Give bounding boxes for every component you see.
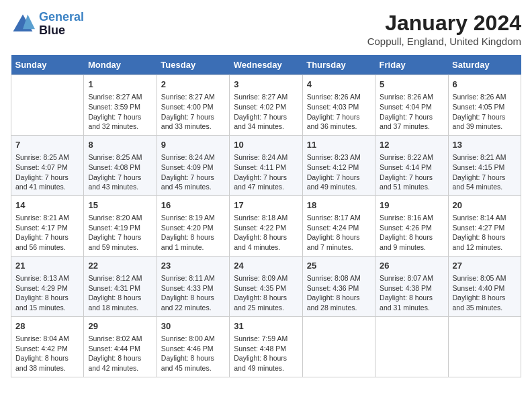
day-number: 20 xyxy=(453,199,517,212)
day-number: 7 xyxy=(15,139,79,151)
day-number: 6 xyxy=(453,79,517,91)
calendar-cell: 4Sunrise: 8:26 AM Sunset: 4:03 PM Daylig… xyxy=(302,75,375,136)
day-number: 1 xyxy=(88,79,152,91)
calendar-cell: 29Sunrise: 8:02 AM Sunset: 4:44 PM Dayli… xyxy=(84,316,157,377)
day-number: 14 xyxy=(15,199,79,212)
day-number: 24 xyxy=(234,260,298,272)
cell-content: Sunrise: 7:59 AM Sunset: 4:48 PM Dayligh… xyxy=(234,334,298,373)
cell-content: Sunrise: 8:27 AM Sunset: 3:59 PM Dayligh… xyxy=(88,92,152,132)
calendar-week-3: 14Sunrise: 8:21 AM Sunset: 4:17 PM Dayli… xyxy=(11,195,521,256)
cell-content: Sunrise: 8:25 AM Sunset: 4:07 PM Dayligh… xyxy=(15,152,79,192)
cell-content: Sunrise: 8:24 AM Sunset: 4:11 PM Dayligh… xyxy=(234,152,298,192)
day-header-wednesday: Wednesday xyxy=(230,55,302,75)
calendar-cell: 26Sunrise: 8:07 AM Sunset: 4:38 PM Dayli… xyxy=(375,256,448,316)
calendar-cell: 7Sunrise: 8:25 AM Sunset: 4:07 PM Daylig… xyxy=(11,135,84,195)
calendar-cell: 13Sunrise: 8:21 AM Sunset: 4:15 PM Dayli… xyxy=(448,135,521,195)
day-number: 5 xyxy=(380,79,443,91)
calendar-cell: 11Sunrise: 8:23 AM Sunset: 4:12 PM Dayli… xyxy=(302,135,375,195)
calendar-cell xyxy=(302,316,375,377)
title-section: January 2024 Coppull, England, United Ki… xyxy=(367,11,521,47)
calendar-cell: 3Sunrise: 8:27 AM Sunset: 4:02 PM Daylig… xyxy=(230,75,302,136)
cell-content: Sunrise: 8:21 AM Sunset: 4:17 PM Dayligh… xyxy=(15,213,79,253)
cell-content: Sunrise: 8:09 AM Sunset: 4:35 PM Dayligh… xyxy=(234,273,298,313)
calendar-cell: 21Sunrise: 8:13 AM Sunset: 4:29 PM Dayli… xyxy=(11,256,84,316)
calendar-cell: 1Sunrise: 8:27 AM Sunset: 3:59 PM Daylig… xyxy=(84,75,157,136)
calendar-cell xyxy=(375,316,448,377)
day-number: 8 xyxy=(88,139,152,151)
day-number: 13 xyxy=(453,139,517,151)
day-header-friday: Friday xyxy=(375,55,448,75)
cell-content: Sunrise: 8:26 AM Sunset: 4:03 PM Dayligh… xyxy=(307,92,371,132)
calendar-cell: 15Sunrise: 8:20 AM Sunset: 4:19 PM Dayli… xyxy=(84,195,157,256)
cell-content: Sunrise: 8:17 AM Sunset: 4:24 PM Dayligh… xyxy=(307,213,371,253)
day-number: 29 xyxy=(88,320,152,332)
cell-content: Sunrise: 8:26 AM Sunset: 4:05 PM Dayligh… xyxy=(453,92,517,132)
day-header-saturday: Saturday xyxy=(448,55,521,75)
day-number: 23 xyxy=(161,260,225,272)
day-header-thursday: Thursday xyxy=(302,55,375,75)
cell-content: Sunrise: 8:00 AM Sunset: 4:46 PM Dayligh… xyxy=(161,334,225,373)
calendar-week-1: 1Sunrise: 8:27 AM Sunset: 3:59 PM Daylig… xyxy=(11,75,521,136)
calendar-cell: 9Sunrise: 8:24 AM Sunset: 4:09 PM Daylig… xyxy=(157,135,229,195)
calendar-cell: 24Sunrise: 8:09 AM Sunset: 4:35 PM Dayli… xyxy=(230,256,302,316)
calendar-cell: 27Sunrise: 8:05 AM Sunset: 4:40 PM Dayli… xyxy=(448,256,521,316)
cell-content: Sunrise: 8:04 AM Sunset: 4:42 PM Dayligh… xyxy=(15,334,79,373)
cell-content: Sunrise: 8:26 AM Sunset: 4:04 PM Dayligh… xyxy=(380,92,443,132)
day-number: 11 xyxy=(307,139,371,151)
day-number: 30 xyxy=(161,320,225,332)
cell-content: Sunrise: 8:20 AM Sunset: 4:19 PM Dayligh… xyxy=(88,213,152,253)
calendar-week-2: 7Sunrise: 8:25 AM Sunset: 4:07 PM Daylig… xyxy=(11,135,521,195)
cell-content: Sunrise: 8:25 AM Sunset: 4:08 PM Dayligh… xyxy=(88,152,152,192)
day-header-monday: Monday xyxy=(84,55,157,75)
cell-content: Sunrise: 8:07 AM Sunset: 4:38 PM Dayligh… xyxy=(380,273,443,313)
calendar-cell: 12Sunrise: 8:22 AM Sunset: 4:14 PM Dayli… xyxy=(375,135,448,195)
calendar-cell: 5Sunrise: 8:26 AM Sunset: 4:04 PM Daylig… xyxy=(375,75,448,136)
month-year-title: January 2024 xyxy=(367,11,521,36)
cell-content: Sunrise: 8:16 AM Sunset: 4:26 PM Dayligh… xyxy=(380,213,443,253)
calendar-cell xyxy=(448,316,521,377)
calendar-cell: 8Sunrise: 8:25 AM Sunset: 4:08 PM Daylig… xyxy=(84,135,157,195)
cell-content: Sunrise: 8:14 AM Sunset: 4:27 PM Dayligh… xyxy=(453,213,517,253)
cell-content: Sunrise: 8:22 AM Sunset: 4:14 PM Dayligh… xyxy=(380,152,443,192)
calendar-cell: 14Sunrise: 8:21 AM Sunset: 4:17 PM Dayli… xyxy=(11,195,84,256)
calendar-header-row: SundayMondayTuesdayWednesdayThursdayFrid… xyxy=(11,55,521,75)
cell-content: Sunrise: 8:24 AM Sunset: 4:09 PM Dayligh… xyxy=(161,152,225,192)
cell-content: Sunrise: 8:12 AM Sunset: 4:31 PM Dayligh… xyxy=(88,273,152,313)
day-number: 2 xyxy=(161,79,225,91)
calendar-cell: 16Sunrise: 8:19 AM Sunset: 4:20 PM Dayli… xyxy=(157,195,229,256)
cell-content: Sunrise: 8:13 AM Sunset: 4:29 PM Dayligh… xyxy=(15,273,79,313)
logo-text: General Blue xyxy=(39,11,84,38)
cell-content: Sunrise: 8:23 AM Sunset: 4:12 PM Dayligh… xyxy=(307,152,371,192)
day-header-sunday: Sunday xyxy=(11,55,84,75)
calendar-cell: 30Sunrise: 8:00 AM Sunset: 4:46 PM Dayli… xyxy=(157,316,229,377)
day-number: 21 xyxy=(15,260,79,272)
calendar-table: SundayMondayTuesdayWednesdayThursdayFrid… xyxy=(11,55,521,377)
calendar-cell: 22Sunrise: 8:12 AM Sunset: 4:31 PM Dayli… xyxy=(84,256,157,316)
logo: General Blue xyxy=(11,11,84,38)
cell-content: Sunrise: 8:27 AM Sunset: 4:00 PM Dayligh… xyxy=(161,92,225,132)
cell-content: Sunrise: 8:27 AM Sunset: 4:02 PM Dayligh… xyxy=(234,92,298,132)
cell-content: Sunrise: 8:18 AM Sunset: 4:22 PM Dayligh… xyxy=(234,213,298,253)
cell-content: Sunrise: 8:21 AM Sunset: 4:15 PM Dayligh… xyxy=(453,152,517,192)
calendar-cell: 28Sunrise: 8:04 AM Sunset: 4:42 PM Dayli… xyxy=(11,316,84,377)
calendar-cell xyxy=(11,75,84,136)
day-number: 19 xyxy=(380,199,443,212)
calendar-cell: 10Sunrise: 8:24 AM Sunset: 4:11 PM Dayli… xyxy=(230,135,302,195)
page-header: General Blue January 2024 Coppull, Engla… xyxy=(11,11,521,47)
calendar-week-5: 28Sunrise: 8:04 AM Sunset: 4:42 PM Dayli… xyxy=(11,316,521,377)
day-number: 16 xyxy=(161,199,225,212)
day-number: 25 xyxy=(307,260,371,272)
day-number: 17 xyxy=(234,199,298,212)
calendar-cell: 18Sunrise: 8:17 AM Sunset: 4:24 PM Dayli… xyxy=(302,195,375,256)
day-number: 9 xyxy=(161,139,225,151)
day-number: 10 xyxy=(234,139,298,151)
day-number: 4 xyxy=(307,79,371,91)
day-number: 18 xyxy=(307,199,371,212)
calendar-cell: 2Sunrise: 8:27 AM Sunset: 4:00 PM Daylig… xyxy=(157,75,229,136)
logo-icon xyxy=(11,12,35,36)
calendar-cell: 23Sunrise: 8:11 AM Sunset: 4:33 PM Dayli… xyxy=(157,256,229,316)
cell-content: Sunrise: 8:11 AM Sunset: 4:33 PM Dayligh… xyxy=(161,273,225,313)
calendar-cell: 17Sunrise: 8:18 AM Sunset: 4:22 PM Dayli… xyxy=(230,195,302,256)
calendar-cell: 20Sunrise: 8:14 AM Sunset: 4:27 PM Dayli… xyxy=(448,195,521,256)
cell-content: Sunrise: 8:19 AM Sunset: 4:20 PM Dayligh… xyxy=(161,213,225,253)
